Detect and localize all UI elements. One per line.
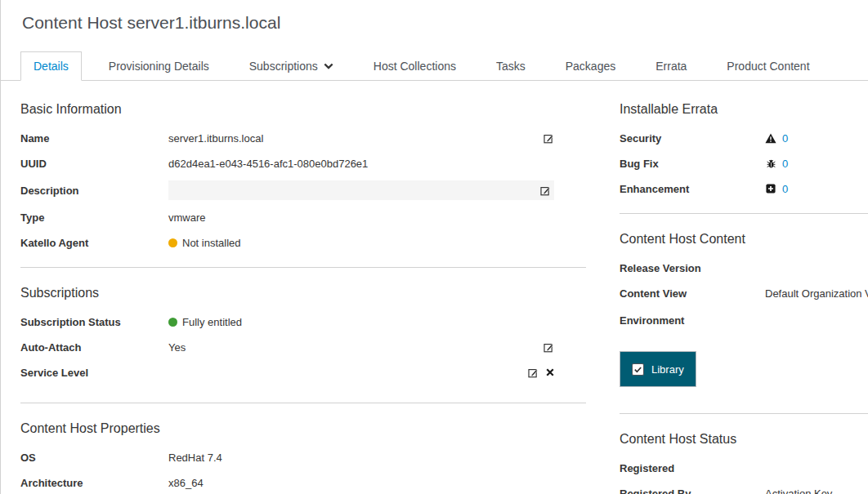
name-value: server1.itburns.local — [168, 132, 544, 145]
enhancement-errata-row: Enhancement 0 — [620, 180, 868, 197]
description-row: Description — [20, 180, 586, 200]
column-gap — [586, 101, 620, 494]
content-host-content-section: Content Host Content Release Version Con… — [620, 231, 868, 387]
right-column: Installable Errata Security 0 Bug Fix 0 … — [620, 101, 868, 494]
katello-agent-value: Not installed — [182, 237, 241, 249]
auto-attach-label: Auto-Attach — [20, 341, 168, 354]
description-label: Description — [20, 185, 168, 197]
tab-tasks-label: Tasks — [496, 59, 526, 73]
tab-tasks[interactable]: Tasks — [483, 51, 539, 81]
auto-attach-row: Auto-Attach Yes — [20, 339, 586, 355]
architecture-label: Architecture — [20, 477, 168, 489]
os-value: RedHat 7.4 — [168, 452, 554, 464]
content-view-value: Default Organization V — [765, 287, 868, 300]
tab-host-collections-label: Host Collections — [374, 59, 456, 73]
architecture-row: Architecture x86_64 — [20, 474, 586, 491]
release-version-label: Release Version — [620, 262, 765, 274]
basic-information-heading: Basic Information — [20, 101, 586, 118]
tab-errata[interactable]: Errata — [642, 51, 700, 81]
edit-name-icon[interactable] — [544, 133, 554, 144]
plus-square-icon — [765, 184, 776, 194]
uuid-row: UUID d62d4ea1-e043-4516-afc1-080e0bd726e… — [20, 155, 586, 171]
subscriptions-heading: Subscriptions — [20, 285, 586, 301]
service-level-row: Service Level — [20, 364, 586, 381]
tab-packages-label: Packages — [566, 59, 615, 73]
content-area: Basic Information Name server1.itburns.l… — [1, 101, 868, 494]
edit-description-icon[interactable] — [540, 185, 551, 196]
chevron-down-icon — [324, 62, 333, 70]
bug-fix-errata-count-link[interactable]: 0 — [782, 158, 788, 170]
uuid-label: UUID — [20, 158, 168, 170]
tab-product-content[interactable]: Product Content — [714, 51, 822, 81]
content-host-status-section: Content Host Status Registered Registere… — [620, 431, 868, 494]
security-warning-icon — [765, 133, 776, 144]
edit-service-level-icon[interactable] — [528, 367, 539, 378]
installable-errata-section: Installable Errata Security 0 Bug Fix 0 … — [620, 101, 868, 197]
katello-agent-label: Katello Agent — [20, 237, 168, 249]
tab-bar: Details Provisioning Details Subscriptio… — [1, 51, 868, 81]
registered-by-row: Registered By Activation Key — [620, 485, 868, 494]
checked-checkbox-icon — [632, 363, 644, 376]
security-label: Security — [620, 132, 765, 145]
subscription-status-row: Subscription Status Fully entitled — [20, 314, 586, 330]
divider — [620, 413, 868, 414]
success-status-dot-icon — [168, 318, 177, 327]
content-host-content-heading: Content Host Content — [620, 231, 868, 247]
bug-icon — [765, 158, 776, 169]
bug-fix-errata-row: Bug Fix 0 — [620, 155, 868, 171]
description-value — [168, 180, 554, 200]
release-version-row: Release Version — [620, 260, 868, 276]
bug-fix-label: Bug Fix — [620, 158, 765, 170]
remove-service-level-icon[interactable] — [546, 368, 554, 376]
security-errata-row: Security 0 — [620, 130, 868, 146]
subscription-status-label: Subscription Status — [20, 316, 168, 328]
service-level-label: Service Level — [20, 367, 168, 379]
security-errata-count-link[interactable]: 0 — [782, 132, 788, 145]
os-label: OS — [20, 452, 168, 464]
tab-details[interactable]: Details — [20, 51, 82, 81]
os-row: OS RedHat 7.4 — [20, 449, 586, 465]
registered-by-value: Activation Key — [765, 487, 868, 494]
divider — [20, 403, 586, 403]
katello-agent-row: Katello Agent Not installed — [20, 234, 586, 251]
content-view-row: Content View Default Organization V — [620, 285, 868, 301]
environment-row: Environment — [620, 312, 868, 328]
tab-details-label: Details — [34, 59, 69, 73]
registered-row: Registered — [620, 460, 868, 476]
content-host-status-heading: Content Host Status — [620, 431, 868, 447]
name-label: Name — [20, 132, 168, 145]
tab-errata-label: Errata — [655, 59, 687, 73]
content-host-properties-section: Content Host Properties OS RedHat 7.4 Ar… — [20, 421, 586, 494]
architecture-value: x86_64 — [168, 477, 554, 489]
registered-label: Registered — [620, 462, 765, 474]
tab-subscriptions[interactable]: Subscriptions — [236, 51, 347, 81]
type-value: vmware — [168, 211, 554, 224]
uuid-value: d62d4ea1-e043-4516-afc1-080e0bd726e1 — [168, 158, 554, 170]
content-view-label: Content View — [620, 287, 765, 300]
type-row: Type vmware — [20, 209, 586, 225]
type-label: Type — [20, 211, 168, 224]
divider — [20, 267, 586, 268]
page-title: Content Host server1.itburns.local — [22, 11, 868, 34]
left-column: Basic Information Name server1.itburns.l… — [20, 101, 586, 494]
tab-provisioning-details[interactable]: Provisioning Details — [96, 51, 222, 81]
basic-information-section: Basic Information Name server1.itburns.l… — [20, 101, 586, 251]
tab-provisioning-details-label: Provisioning Details — [109, 59, 209, 73]
tab-product-content-label: Product Content — [727, 59, 809, 73]
environment-label: Environment — [620, 314, 765, 327]
enhancement-label: Enhancement — [620, 183, 765, 195]
auto-attach-value: Yes — [168, 341, 544, 354]
library-environment-button[interactable]: Library — [620, 351, 696, 387]
tab-packages[interactable]: Packages — [553, 51, 629, 81]
content-host-properties-heading: Content Host Properties — [20, 421, 586, 437]
edit-auto-attach-icon[interactable] — [544, 342, 554, 353]
subscription-status-value: Fully entitled — [182, 316, 242, 328]
warning-status-dot-icon — [168, 238, 177, 247]
tab-host-collections[interactable]: Host Collections — [360, 51, 469, 81]
divider — [620, 213, 868, 214]
subscriptions-section: Subscriptions Subscription Status Fully … — [20, 285, 586, 381]
tab-subscriptions-label: Subscriptions — [249, 59, 318, 73]
library-button-label: Library — [651, 363, 684, 376]
enhancement-errata-count-link[interactable]: 0 — [782, 183, 788, 195]
installable-errata-heading: Installable Errata — [620, 101, 868, 118]
